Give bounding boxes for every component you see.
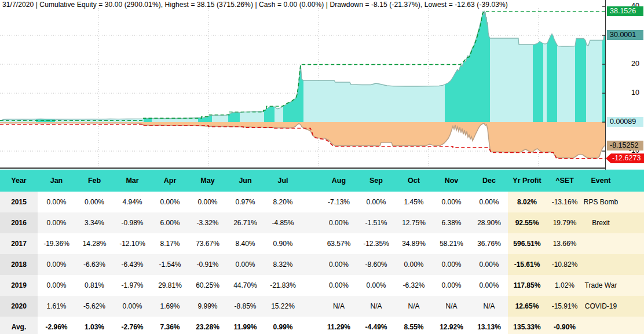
table-header-row: YearJanFebMarAprMayJunJulAugSepOctNovDec… [0,170,644,192]
table-cell: -4.85% [264,212,320,233]
axis-badge: 30.0001 [607,30,643,40]
table-cell: 19.79% [546,212,583,233]
table-cell: -13.16% [546,192,583,212]
table-cell: -19.36% [38,233,75,254]
table-cell: N/A [320,296,357,317]
table-cell: -21.83% [264,275,320,296]
table-cell: 8.55% [395,317,433,334]
table-cell: 12.75% [395,212,433,233]
column-header: Yr Profit [508,170,546,192]
table-cell: 1.61% [38,296,75,317]
table-cell: -6.43% [114,254,151,275]
table-cell: -6.63% [75,254,114,275]
column-header: Feb [75,170,114,192]
table-cell: 0.00% [433,275,470,296]
table-cell: 6.38% [433,212,470,233]
table-cell: N/A [470,296,508,317]
table-cell: N/A [357,296,395,317]
table-cell: 11.99% [226,317,264,334]
table-cell: -3.32% [189,212,226,233]
column-header: Apr [151,170,189,192]
table-cell: 29.81% [151,275,189,296]
table-cell [583,254,644,275]
table-cell: 34.89% [395,233,433,254]
table-cell: 117.85% [508,275,546,296]
table-cell: -1.97% [114,275,151,296]
table-cell: 0.00% [470,275,508,296]
table-cell: 2020 [0,296,38,317]
table-cell: 2018 [0,254,38,275]
table-cell: 1.03% [75,317,114,334]
table-cell: 2019 [0,275,38,296]
monthly-returns-table: YearJanFebMarAprMayJunJulAugSepOctNovDec… [0,170,644,334]
table-cell: -12.35% [357,233,395,254]
table-cell: 1.45% [395,192,433,212]
table-cell: 9.99% [189,296,226,317]
table-cell: 596.51% [508,233,546,254]
column-header: Sep [357,170,395,192]
table-cell: -8.85% [226,296,264,317]
column-header: Dec [470,170,508,192]
table-cell: 12.65% [508,296,546,317]
table-cell: 14.28% [75,233,114,254]
table-cell: 0.00% [433,254,470,275]
column-header: Nov [433,170,470,192]
table-cell: 8.20% [264,192,320,212]
table-cell: 7.36% [151,317,189,334]
table-row: 20150.00%0.00%4.94%0.00%0.00%0.97%8.20%-… [0,192,644,212]
axis-badge: -8.15252 [607,141,643,151]
table-cell: 8.40% [226,233,264,254]
table-cell: 23.28% [189,317,226,334]
table-cell: 6.00% [151,212,189,233]
price-axis: 402010-1038.152630.00010.00089-8.15252-1… [606,0,644,170]
table-cell: 0.00% [320,254,357,275]
table-cell: 0.00% [320,275,357,296]
table-cell: -4.49% [357,317,395,334]
column-header: May [189,170,226,192]
table-cell: 8.17% [151,233,189,254]
axis-badge: -12.6273 [606,153,644,163]
table-row: 20190.00%0.81%-1.97%29.81%60.25%44.70%-2… [0,275,644,296]
table-cell: 4.94% [114,192,151,212]
table-cell: 8.32% [264,254,320,275]
table-cell: 0.00% [357,275,395,296]
table-cell: 0.00% [151,192,189,212]
table-cell: 0.97% [226,192,264,212]
table-cell: -2.96% [38,317,75,334]
column-header: Jul [264,170,320,192]
table-cell: 73.67% [189,233,226,254]
table-cell: 135.33% [508,317,546,334]
table-cell: 0.81% [75,275,114,296]
table-cell: 2017 [0,233,38,254]
table-cell: 0.90% [264,233,320,254]
table-cell: 0.00% [38,275,75,296]
table-cell: 1.02% [546,275,583,296]
table-cell: 12.92% [433,317,470,334]
table-cell: -5.62% [75,296,114,317]
table-cell: 0.00% [320,212,357,233]
table-cell: 13.66% [546,233,583,254]
axis-tick-label: 10 [609,89,639,97]
table-cell: -12.10% [114,233,151,254]
table-cell: 60.25% [189,275,226,296]
column-header: Year [0,170,38,192]
table-cell: 0.00% [114,296,151,317]
column-header: Oct [395,170,433,192]
table-cell: -6.32% [395,275,433,296]
table-cell: 26.71% [226,212,264,233]
table-cell: -1.54% [151,254,189,275]
trading-report-page: 31/7/2020 | Cumulative Equity = 30.00 (2… [0,0,644,334]
table-cell [583,233,644,254]
column-header: Mar [114,170,151,192]
table-cell: Trade War [583,275,644,296]
table-cell: -2.76% [114,317,151,334]
table-cell: 0.00% [38,254,75,275]
table-cell: 28.90% [470,212,508,233]
equity-curve-plot[interactable] [0,0,606,170]
table-cell: 15.22% [264,296,320,317]
table-cell: 0.00% [189,192,226,212]
table-cell: -1.51% [357,212,395,233]
column-header: Jan [38,170,75,192]
table-cell: N/A [433,296,470,317]
table-cell: -8.60% [357,254,395,275]
